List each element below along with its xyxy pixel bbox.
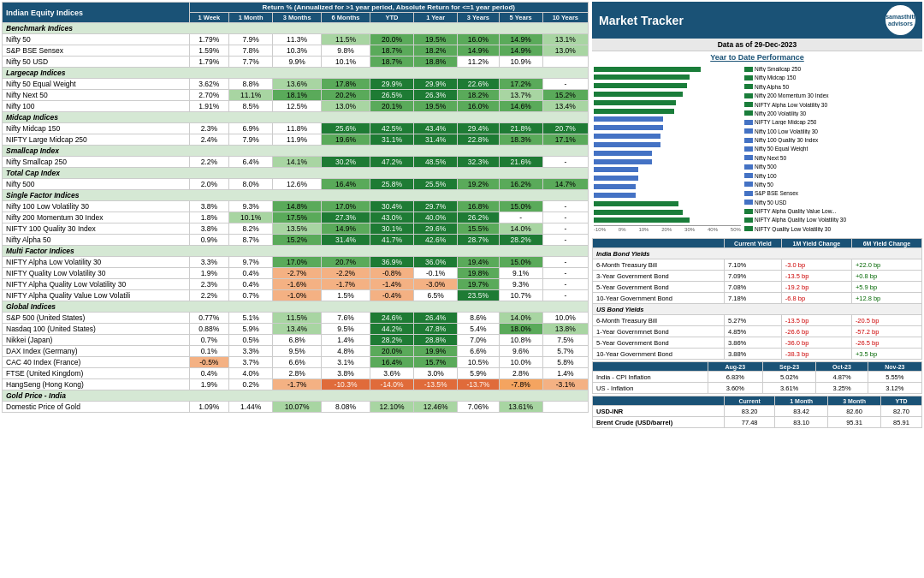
legend-label: NIFTY Quality Low Volatility 30 bbox=[755, 226, 831, 232]
commodity-table: Current 1 Month 3 Month YTD USD-INR83.20… bbox=[592, 396, 922, 428]
table-row: NIFTY Quality Low Volatility 301.9%0.4%-… bbox=[3, 268, 589, 279]
bond-value: -3.0 bp bbox=[781, 259, 851, 271]
inflation-table: Aug-23 Sep-23 Oct-23 Nov-23 India - CPI … bbox=[592, 361, 922, 394]
row-value: 9.6% bbox=[499, 346, 542, 357]
row-value: 12.46% bbox=[414, 402, 458, 413]
logo-circle: samasthiti advisors bbox=[886, 5, 915, 35]
legend-color bbox=[744, 110, 753, 116]
inflation-col-oct: Oct-23 bbox=[816, 362, 868, 372]
section-header: Single Factor Indices bbox=[3, 190, 589, 201]
legend-item: Nifty 100 Quality 30 Index bbox=[744, 136, 917, 144]
row-value: 44.2% bbox=[370, 324, 413, 335]
row-value: 28.2% bbox=[370, 335, 413, 346]
inflation-value: 5.55% bbox=[868, 372, 921, 383]
bond-value: 5.27% bbox=[725, 315, 782, 326]
col-1week: 1 Week bbox=[189, 13, 229, 23]
chart-container: -10%0%10%20%30%40%50% Nifty Smallcap 250… bbox=[594, 63, 921, 235]
row-value: 29.4% bbox=[458, 123, 499, 134]
row-value: 10.0% bbox=[499, 357, 542, 368]
row-value: 18.2% bbox=[458, 90, 499, 101]
table-row: Nifty 501.79%7.9%11.3%11.5%20.0%19.5%16.… bbox=[3, 34, 589, 45]
bond-value: +0.8 bp bbox=[851, 271, 921, 282]
legend-label: NIFTY Alpha Low Volatility 30 bbox=[755, 102, 827, 108]
row-label: NIFTY Large Midcap 250 bbox=[3, 134, 190, 146]
row-value: - bbox=[542, 212, 588, 223]
chart-section: Year to Date Performance -10%0%10%20%30%… bbox=[592, 51, 922, 236]
row-value: - bbox=[542, 290, 588, 301]
row-value: 7.6% bbox=[322, 313, 370, 324]
bar-fill bbox=[594, 100, 676, 105]
chart-title: Year to Date Performance bbox=[594, 53, 921, 62]
bond-value: -13.5 bp bbox=[781, 315, 851, 326]
row-value: 1.9% bbox=[189, 379, 229, 390]
legend-label: Nifty 200 Momentum 30 Index bbox=[755, 92, 829, 98]
legend-label: Nifty Midcap 150 bbox=[755, 74, 796, 80]
row-value: 2.4% bbox=[189, 134, 229, 146]
row-value: 17.5% bbox=[273, 212, 322, 223]
bond-value: -38.3 bp bbox=[781, 349, 851, 360]
row-label: FTSE (United Kingdom) bbox=[3, 368, 190, 379]
row-value: 13.7% bbox=[499, 90, 542, 101]
row-value: 41.7% bbox=[370, 235, 413, 246]
col-1month: 1 Month bbox=[229, 13, 273, 23]
bar-row bbox=[594, 107, 741, 115]
row-value: -13.7% bbox=[458, 379, 499, 390]
row-value: 11.9% bbox=[273, 134, 322, 146]
commodity-value: 95.31 bbox=[828, 417, 881, 428]
row-value: 47.8% bbox=[414, 324, 458, 335]
row-value: 36.9% bbox=[370, 257, 413, 268]
row-value: 1.79% bbox=[189, 34, 229, 45]
row-value: 0.1% bbox=[189, 346, 229, 357]
table-row: NIFTY Alpha Quality Low Volatility 302.3… bbox=[3, 279, 589, 290]
row-value: 5.4% bbox=[458, 324, 499, 335]
row-value: -0.8% bbox=[370, 268, 413, 279]
row-value: 14.1% bbox=[273, 157, 322, 168]
row-value: 24.6% bbox=[370, 313, 413, 324]
section-header: Benchmark Indices bbox=[3, 23, 589, 34]
bar-fill bbox=[594, 217, 690, 223]
row-value: 15.5% bbox=[458, 223, 499, 235]
row-value: 15.0% bbox=[499, 201, 542, 212]
row-value: 48.5% bbox=[414, 157, 458, 168]
bar-row bbox=[594, 82, 741, 90]
legend-color bbox=[744, 182, 753, 187]
legend-label: Nifty 50 Equal Weight bbox=[755, 146, 808, 152]
legend-label: Nifty 100 bbox=[755, 173, 777, 179]
row-value: 13.8% bbox=[542, 324, 588, 335]
row-value: 8.5% bbox=[229, 101, 273, 112]
row-value: 1.4% bbox=[542, 368, 588, 379]
section-header: Midcap Indices bbox=[3, 112, 589, 123]
commodity-col-3m: 3 Month bbox=[828, 396, 881, 406]
legend-item: NIFTY Large Midcap 250 bbox=[744, 118, 917, 126]
legend-item: Nifty Smallcap 250 bbox=[744, 65, 917, 73]
row-value: 3.7% bbox=[229, 357, 273, 368]
bar-fill bbox=[594, 125, 663, 130]
row-label: Nifty 50 bbox=[3, 34, 190, 45]
row-value: 19.5% bbox=[414, 34, 458, 45]
row-value: 25.5% bbox=[414, 179, 458, 190]
row-value: 3.3% bbox=[189, 257, 229, 268]
bond-col-label bbox=[593, 239, 725, 248]
legend-color bbox=[744, 128, 753, 134]
row-value: 27.3% bbox=[322, 212, 370, 223]
row-label: NIFTY Alpha Quality Value Low Volatili bbox=[3, 290, 190, 301]
row-value: 25.6% bbox=[322, 123, 370, 134]
bar-row bbox=[594, 158, 741, 165]
row-value: 0.7% bbox=[189, 335, 229, 346]
table-row: HangSeng (Hong Kong)1.9%0.2%-1.7%-10.3%-… bbox=[3, 379, 589, 390]
row-label: Nifty Midcap 150 bbox=[3, 123, 190, 134]
bond-row: 1-Year Governmnet Bond4.85%-26.6 bp-57.2… bbox=[593, 326, 922, 337]
row-label: Nifty 50 USD bbox=[3, 57, 190, 68]
row-value: 17.8% bbox=[322, 79, 370, 90]
row-value: - bbox=[542, 268, 588, 279]
legend-color bbox=[744, 200, 753, 205]
legend-color bbox=[744, 146, 753, 152]
legend-item: Nifty Midcap 150 bbox=[744, 74, 917, 81]
row-value: 14.9% bbox=[499, 34, 542, 45]
row-value: 14.9% bbox=[499, 45, 542, 57]
row-value: 26.5% bbox=[370, 90, 413, 101]
row-value: 16.0% bbox=[458, 101, 499, 112]
row-value: 3.6% bbox=[370, 368, 413, 379]
row-label: Domestic Price of Gold bbox=[3, 402, 190, 413]
bar-row bbox=[594, 98, 741, 106]
